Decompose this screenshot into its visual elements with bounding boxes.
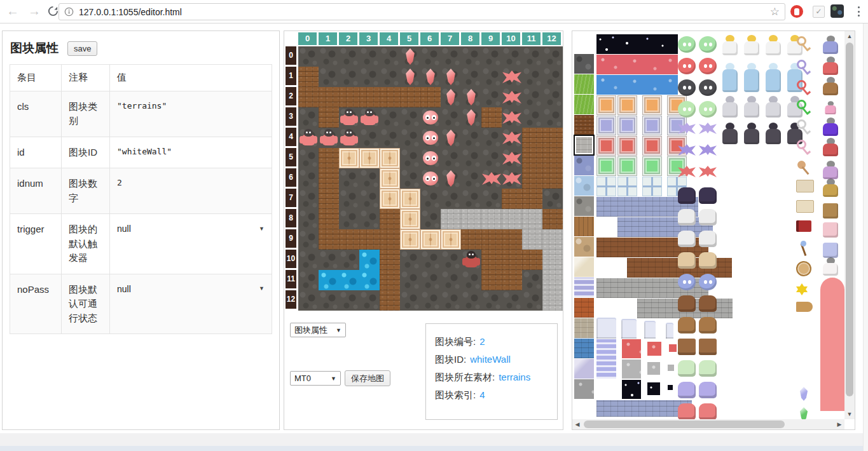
tileset-deco-30[interactable] bbox=[621, 320, 637, 339]
map-cell-r8c11[interactable] bbox=[522, 209, 542, 229]
tileset-deco-32[interactable] bbox=[666, 324, 673, 339]
tileset-monster-8-frame1[interactable] bbox=[699, 209, 717, 226]
map-cell-r5c0[interactable] bbox=[298, 148, 319, 168]
map-cell-r4c11[interactable] bbox=[522, 128, 542, 148]
map-cell-r4c8[interactable] bbox=[461, 128, 481, 148]
map-cell-r7c0[interactable] bbox=[298, 189, 319, 209]
tileset-deco-21[interactable] bbox=[642, 177, 662, 196]
map-cell-r6c11[interactable] bbox=[522, 168, 542, 189]
map-cell-r10c6[interactable] bbox=[420, 250, 441, 270]
map-cell-r5c10[interactable] bbox=[502, 148, 522, 168]
map-cell-r3c7[interactable] bbox=[441, 107, 461, 128]
tileset-terrain-12[interactable] bbox=[574, 298, 594, 318]
map-cell-r8c12[interactable] bbox=[542, 209, 563, 229]
map-cell-r3c10[interactable] bbox=[502, 107, 522, 128]
map-cell-r2c3[interactable] bbox=[359, 87, 380, 107]
map-cell-r0c6[interactable] bbox=[420, 46, 441, 67]
tileset-item-key-3[interactable] bbox=[796, 99, 813, 116]
map-cell-r12c12[interactable] bbox=[542, 290, 563, 311]
map-cell-r0c0[interactable] bbox=[298, 46, 319, 67]
tileset-sprite-row0-frame1[interactable] bbox=[743, 35, 761, 55]
map-cell-r5c7[interactable] bbox=[441, 148, 461, 168]
map-cell-r1c12[interactable] bbox=[542, 67, 563, 87]
tileset-item-key-5[interactable] bbox=[796, 139, 813, 156]
map-cell-r6c4[interactable] bbox=[380, 168, 400, 189]
map-cell-r0c3[interactable] bbox=[359, 46, 380, 67]
map-cell-r3c6[interactable] bbox=[420, 107, 441, 128]
tileset-monster-9-frame1[interactable] bbox=[699, 231, 717, 247]
map-cell-r8c1[interactable] bbox=[319, 209, 339, 229]
map-cell-r2c11[interactable] bbox=[522, 87, 542, 107]
tileset-item-mace-6[interactable] bbox=[796, 159, 813, 176]
bookmark-star-icon[interactable]: ☆ bbox=[770, 5, 780, 18]
map-cell-r1c3[interactable] bbox=[359, 67, 380, 87]
tileset-terrain-6[interactable] bbox=[574, 176, 594, 196]
tileset-npc-2[interactable] bbox=[822, 77, 839, 96]
map-cell-r0c4[interactable] bbox=[380, 46, 400, 67]
tileset-monster-15-frame1[interactable] bbox=[699, 360, 717, 377]
tileset-monster-9-frame0[interactable] bbox=[678, 231, 696, 247]
map-cell-r12c2[interactable] bbox=[339, 290, 359, 311]
map-cell-r8c4[interactable] bbox=[380, 209, 400, 229]
tileset-monster-3-frame0[interactable] bbox=[678, 101, 696, 118]
map-cell-r7c9[interactable] bbox=[481, 189, 502, 209]
tileset-monster-3-frame1[interactable] bbox=[699, 101, 717, 118]
map-cell-r7c3[interactable] bbox=[359, 189, 380, 209]
map-cell-r7c6[interactable] bbox=[420, 189, 441, 209]
map-cell-r9c0[interactable] bbox=[298, 229, 319, 250]
map-cell-r2c9[interactable] bbox=[481, 87, 502, 107]
map-cell-r0c11[interactable] bbox=[522, 46, 542, 67]
tileset-deco-34[interactable] bbox=[622, 339, 641, 358]
tileset-npc-8[interactable] bbox=[822, 198, 839, 217]
map-cell-r1c6[interactable] bbox=[420, 67, 441, 87]
map-cell-r4c3[interactable] bbox=[359, 128, 380, 148]
tileset-terrain-11[interactable] bbox=[574, 278, 594, 297]
tileset-terrain-4[interactable] bbox=[574, 135, 594, 155]
tileset-monster-8-frame0[interactable] bbox=[678, 209, 696, 226]
tileset-terrain-15[interactable] bbox=[574, 359, 594, 379]
map-cell-r11c0[interactable] bbox=[298, 270, 319, 290]
map-cell-r8c6[interactable] bbox=[420, 209, 441, 229]
tileset-deco-33[interactable] bbox=[596, 339, 616, 379]
tileset-item-key-1[interactable] bbox=[796, 59, 813, 76]
tileset-monster-7-frame1[interactable] bbox=[699, 187, 717, 204]
tileset-monster-15-frame0[interactable] bbox=[678, 360, 696, 377]
tileset-npc-0[interactable] bbox=[822, 36, 839, 55]
map-cell-r10c3[interactable] bbox=[359, 250, 380, 270]
tileset-deco-13[interactable] bbox=[642, 136, 662, 156]
tileset-sprite-row1-frame2[interactable] bbox=[764, 63, 782, 92]
info-icon[interactable] bbox=[64, 7, 74, 17]
map-cell-r7c5[interactable] bbox=[400, 189, 420, 209]
map-cell-r0c1[interactable] bbox=[319, 46, 339, 67]
map-cell-r4c5[interactable] bbox=[400, 128, 420, 148]
map-cell-r10c10[interactable] bbox=[502, 250, 522, 270]
map-cell-r10c12[interactable] bbox=[542, 250, 563, 270]
tileset-npc-7[interactable] bbox=[822, 178, 839, 198]
map-cell-r7c10[interactable] bbox=[502, 189, 522, 209]
tileset-deco-0[interactable] bbox=[596, 34, 678, 54]
tileset-deco-15[interactable] bbox=[596, 156, 616, 176]
property-value[interactable]: 2 bbox=[110, 168, 272, 213]
tileset-vertical-scrollbar[interactable]: ▲ ▼ bbox=[844, 31, 855, 419]
tileset-terrain-16[interactable] bbox=[574, 379, 594, 399]
tileset-deco-38[interactable] bbox=[647, 362, 660, 375]
tileset-item-gem-15[interactable] bbox=[799, 407, 809, 419]
tileset-sprite-row0-frame0[interactable] bbox=[721, 35, 739, 55]
map-cell-r6c0[interactable] bbox=[298, 168, 319, 189]
map-cell-r4c9[interactable] bbox=[481, 128, 502, 148]
tileset-npc-1[interactable] bbox=[822, 57, 839, 76]
floor-select[interactable]: MT0▼ bbox=[290, 371, 341, 386]
map-cell-r4c0[interactable] bbox=[298, 128, 319, 148]
map-cell-r4c2[interactable] bbox=[339, 128, 359, 148]
tileset-item-scroll-8[interactable] bbox=[796, 200, 814, 213]
tileset-deco-2[interactable] bbox=[596, 75, 678, 95]
map-cell-r3c3[interactable] bbox=[359, 107, 380, 128]
scroll-down-icon[interactable]: ▼ bbox=[844, 409, 855, 419]
tileset-deco-8[interactable] bbox=[617, 116, 637, 135]
tileset-terrain-9[interactable] bbox=[574, 237, 594, 257]
map-cell-r3c1[interactable] bbox=[319, 107, 339, 128]
map-cell-r9c8[interactable] bbox=[461, 229, 481, 250]
tileset-monster-4-frame1[interactable] bbox=[699, 123, 717, 134]
vertical-scroll-thumb[interactable] bbox=[846, 43, 853, 396]
horizontal-scroll-thumb[interactable] bbox=[584, 421, 785, 428]
